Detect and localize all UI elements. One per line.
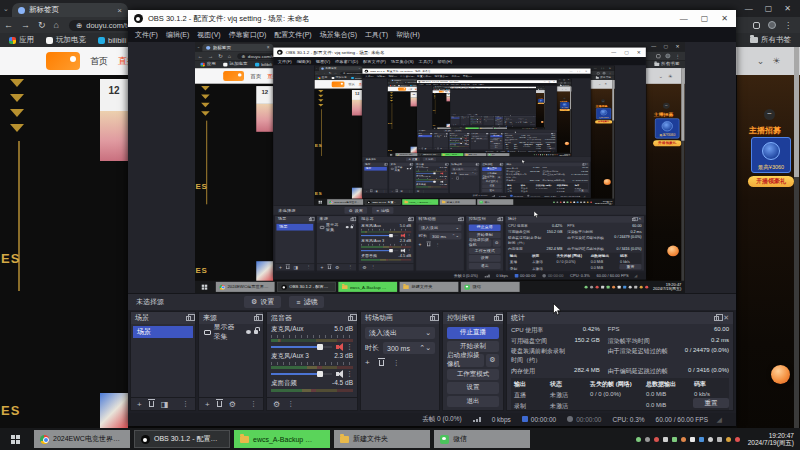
obs-close-icon[interactable]: ✕	[553, 81, 555, 83]
floating-reward-icon[interactable]	[667, 246, 679, 257]
transition-more-icon[interactable]: ⋮	[436, 242, 440, 246]
page-scrollbar[interactable]	[681, 68, 684, 283]
tab-search-icon[interactable]: ⌄	[197, 45, 201, 49]
remove-scene-button[interactable]	[370, 190, 372, 192]
page-scrollbar[interactable]	[570, 87, 571, 154]
source-item[interactable]: 显示器采集	[201, 326, 261, 338]
menu-profile[interactable]: 配置文件(P)	[361, 58, 388, 64]
taskbar-app-chrome[interactable]: 2024EWC电竞世界…	[437, 127, 451, 129]
floating-reward-icon[interactable]	[604, 179, 611, 185]
tray-icon[interactable]	[566, 201, 568, 203]
volume-slider[interactable]	[271, 373, 332, 375]
popout-icon[interactable]	[348, 316, 353, 321]
obs-close-icon[interactable]: ✕	[721, 14, 728, 23]
close-icon[interactable]: ✕	[586, 163, 588, 165]
virtual-camera-settings-icon[interactable]: ⚙	[497, 176, 502, 180]
taskbar-app-backup-folder[interactable]: ewcs_A-Backup …	[234, 430, 330, 448]
scene-filters-icon[interactable]: ◨	[375, 190, 378, 193]
obs-close-icon[interactable]: ✕	[637, 50, 641, 55]
douyu-logo[interactable]	[398, 88, 406, 91]
browser-maximize-icon[interactable]: ▢	[601, 67, 604, 70]
brightness-icon[interactable]: ☀	[668, 73, 673, 79]
add-transition-button[interactable]: +	[484, 120, 485, 121]
duration-spinner[interactable]: 300 ms⌃⌄	[430, 233, 462, 240]
promo-badge[interactable]: 最高¥3060	[596, 108, 611, 119]
profile-avatar[interactable]	[603, 72, 606, 74]
add-transition-button[interactable]: +	[419, 242, 422, 247]
browser-minimize-icon[interactable]: —	[745, 4, 753, 13]
all-bookmarks-button[interactable]: 所有书签	[596, 76, 611, 79]
add-source-button[interactable]: +	[435, 148, 436, 150]
back-icon[interactable]: ←	[316, 72, 319, 75]
spinner-icons[interactable]: ⌃⌄	[452, 234, 459, 238]
source-filters-button[interactable]: ≡滤镜	[372, 207, 393, 214]
source-item[interactable]: 显示器采集	[434, 135, 448, 137]
browser-tab[interactable]: 新标签页 ×	[202, 44, 273, 52]
reload-icon[interactable]: ↻	[38, 20, 46, 30]
popout-icon[interactable]	[186, 316, 191, 321]
obs-minimize-icon[interactable]: —	[528, 87, 529, 88]
stats-reset-button[interactable]: 重置	[619, 264, 641, 270]
page-scrollbar[interactable]	[612, 80, 614, 200]
browser-minimize-icon[interactable]: —	[594, 67, 597, 70]
settings-button[interactable]: 设置	[469, 255, 501, 261]
advanced-audio-icon[interactable]: ⚙	[417, 190, 420, 193]
stop-streaming-button[interactable]: 停止直播	[469, 224, 501, 230]
tray-icon[interactable]	[699, 437, 704, 442]
reload-icon[interactable]: ↻	[329, 72, 332, 75]
popout-icon[interactable]	[714, 316, 719, 321]
taskbar-app-obs[interactable]: OBS 30.1.2 - 配置…	[134, 430, 230, 448]
duration-spinner[interactable]: 300 ms⌃⌄	[383, 342, 435, 354]
volume-slider[interactable]	[271, 346, 332, 348]
browser-close-icon[interactable]: ✕	[784, 4, 791, 13]
page-thumbnail[interactable]	[256, 104, 273, 132]
virtual-camera-button[interactable]: 启动虚拟摄像机	[482, 176, 496, 180]
remove-transition-button[interactable]	[456, 177, 458, 179]
bookmark-apps[interactable]: 应用	[201, 62, 216, 68]
extensions-icon[interactable]	[656, 54, 660, 58]
transition-more-icon[interactable]: ⋮	[462, 177, 465, 179]
tab-close-icon[interactable]: ×	[267, 45, 270, 50]
remove-transition-button[interactable]	[427, 243, 430, 246]
obs-titlebar[interactable]: OBS 30.1.2 - 配置文件: vjq setting - 场景: 未命名…	[273, 48, 645, 57]
bookmark-bilibili[interactable]: bilibili	[98, 36, 126, 45]
menu-docks[interactable]: 停靠窗口(D)	[226, 30, 270, 40]
tray-icon[interactable]	[606, 285, 609, 288]
scrollbar-thumb[interactable]	[570, 87, 571, 110]
menu-tools[interactable]: 工具(T)	[417, 58, 435, 64]
collapse-icon[interactable]: ⌄	[598, 83, 601, 86]
taskbar-clock[interactable]: 19:20:47 2024/7/19(周五)	[537, 128, 544, 129]
scrollbar-thumb[interactable]	[681, 68, 684, 141]
browser-menu-icon[interactable]: ⋮	[609, 72, 612, 75]
popout-icon[interactable]	[582, 164, 584, 166]
taskbar-app-wechat[interactable]: 微信	[493, 127, 507, 129]
popout-icon[interactable]	[445, 164, 447, 166]
source-properties-button[interactable]: ⚙设置	[244, 296, 281, 308]
obs-minimize-icon[interactable]: —	[569, 70, 572, 73]
douyu-logo[interactable]	[223, 71, 244, 81]
promo-minimize-icon[interactable]: −	[563, 97, 566, 99]
taskbar-app-new-folder[interactable]: 新建文件夹	[400, 282, 459, 292]
popout-icon[interactable]	[410, 164, 412, 166]
floating-reward-icon[interactable]	[565, 142, 569, 145]
tray-icon[interactable]	[634, 285, 637, 288]
tray-icon[interactable]	[580, 201, 582, 203]
taskbar-app-obs[interactable]: OBS 30.1.2 - 配置…	[418, 153, 440, 156]
forward-icon[interactable]: →	[208, 53, 214, 59]
studio-mode-button[interactable]: 工作室模式	[447, 369, 499, 381]
menu-docks[interactable]: 停靠窗口(D)	[333, 58, 360, 64]
tray-icon[interactable]	[560, 201, 562, 203]
channel-more-icon[interactable]: ⋮	[407, 248, 411, 252]
tray-icon[interactable]	[556, 201, 558, 203]
source-item[interactable]: 显示器采集	[390, 167, 413, 171]
remove-scene-button[interactable]	[286, 266, 289, 269]
tab-close-icon[interactable]: ×	[358, 67, 360, 70]
popout-icon[interactable]	[500, 164, 502, 166]
site-info-icon[interactable]: ⊕	[76, 21, 82, 30]
taskbar-app-chrome[interactable]: 2024EWC电竞世界…	[216, 282, 275, 292]
tray-icon[interactable]	[546, 154, 547, 155]
popout-icon[interactable]	[309, 218, 312, 221]
spinner-icons[interactable]: ⌃⌄	[472, 172, 476, 174]
page-thumbnail[interactable]	[100, 393, 128, 429]
tray-icon[interactable]	[612, 285, 615, 288]
